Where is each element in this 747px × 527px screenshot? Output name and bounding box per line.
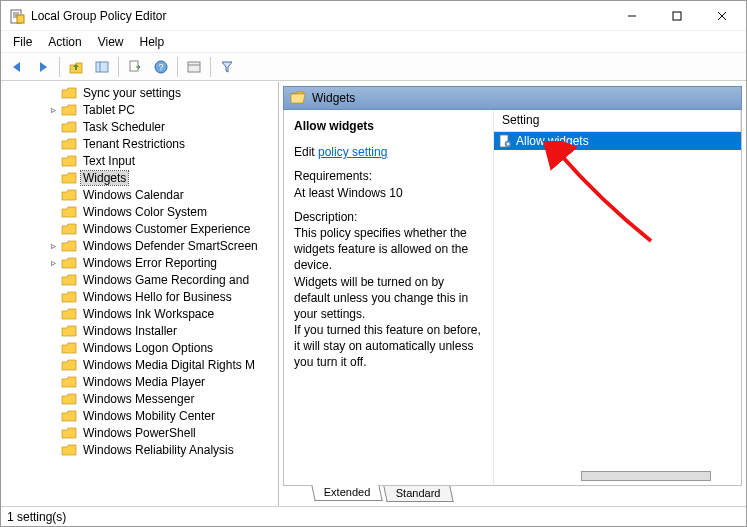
description-paragraph: If you turned this feature on before, it…	[294, 323, 481, 369]
toolbar-separator	[210, 57, 211, 77]
properties-button[interactable]	[182, 55, 206, 79]
tree-item-label: Widgets	[81, 171, 128, 185]
detail-pane: Widgets Allow widgets Edit policy settin…	[279, 82, 746, 506]
tree-item-label: Windows Messenger	[81, 392, 196, 406]
folder-icon	[61, 273, 77, 287]
list-body[interactable]: Allow widgets	[494, 132, 741, 469]
export-list-button[interactable]	[123, 55, 147, 79]
tree-item[interactable]: Windows PowerShell	[1, 424, 278, 441]
edit-policy-link[interactable]: policy setting	[318, 145, 387, 159]
tree-item[interactable]: Widgets	[1, 169, 278, 186]
tree-item-label: Windows Hello for Business	[81, 290, 234, 304]
folder-icon	[61, 358, 77, 372]
menu-help[interactable]: Help	[132, 33, 173, 51]
tree-item[interactable]: Windows Color System	[1, 203, 278, 220]
detail-tabs: Extended Standard	[283, 486, 742, 506]
forward-button[interactable]	[31, 55, 55, 79]
tree-item[interactable]: Windows Ink Workspace	[1, 305, 278, 322]
tree-item-label: Tablet PC	[81, 103, 137, 117]
folder-icon	[61, 375, 77, 389]
svg-rect-11	[130, 61, 138, 71]
tree-twisty-icon[interactable]: ▹	[47, 240, 59, 251]
tree-item[interactable]: Windows Mobility Center	[1, 407, 278, 424]
folder-icon	[61, 239, 77, 253]
back-button[interactable]	[5, 55, 29, 79]
toolbar-separator	[118, 57, 119, 77]
list-header: Setting	[494, 110, 741, 132]
close-button[interactable]	[699, 1, 744, 31]
description-column: Allow widgets Edit policy setting Requir…	[284, 110, 494, 485]
tree-item-label: Windows Ink Workspace	[81, 307, 216, 321]
folder-icon	[61, 86, 77, 100]
tree-item-label: Windows Logon Options	[81, 341, 215, 355]
filter-button[interactable]	[215, 55, 239, 79]
requirements-label: Requirements:	[294, 169, 372, 183]
tree-item[interactable]: Task Scheduler	[1, 118, 278, 135]
tab-extended[interactable]: Extended	[311, 485, 383, 501]
tree-item[interactable]: Tenant Restrictions	[1, 135, 278, 152]
menu-view[interactable]: View	[90, 33, 132, 51]
folder-icon	[61, 290, 77, 304]
tree-item[interactable]: Sync your settings	[1, 84, 278, 101]
folder-icon	[61, 154, 77, 168]
tree-item[interactable]: ▹Windows Error Reporting	[1, 254, 278, 271]
tab-standard[interactable]: Standard	[384, 486, 454, 502]
edit-prefix: Edit	[294, 145, 318, 159]
tree-item[interactable]: Windows Customer Experience	[1, 220, 278, 237]
svg-rect-6	[673, 12, 681, 20]
tree-item[interactable]: Windows Reliability Analysis	[1, 441, 278, 458]
svg-text:?: ?	[158, 62, 163, 72]
tree-item[interactable]: ▹Windows Defender SmartScreen	[1, 237, 278, 254]
tree-item-label: Task Scheduler	[81, 120, 167, 134]
help-button[interactable]: ?	[149, 55, 173, 79]
tree-item[interactable]: Windows Calendar	[1, 186, 278, 203]
folder-open-icon	[290, 91, 306, 105]
folder-icon	[61, 120, 77, 134]
tree-item[interactable]: Windows Game Recording and	[1, 271, 278, 288]
svg-rect-18	[507, 143, 509, 145]
minimize-button[interactable]	[609, 1, 654, 31]
app-icon	[9, 8, 25, 24]
tree-item[interactable]: Windows Hello for Business	[1, 288, 278, 305]
tree-pane: Sync your settings▹Tablet PCTask Schedul…	[1, 82, 279, 506]
setting-label: Allow widgets	[516, 134, 589, 148]
menu-file[interactable]: File	[5, 33, 40, 51]
setting-row[interactable]: Allow widgets	[494, 132, 741, 150]
show-hide-tree-button[interactable]	[90, 55, 114, 79]
detail-header-title: Widgets	[312, 91, 355, 105]
folder-icon	[61, 392, 77, 406]
status-text: 1 setting(s)	[7, 510, 66, 524]
menubar: File Action View Help	[1, 31, 746, 53]
list-hscroll[interactable]	[494, 469, 741, 485]
tree-item-label: Windows Media Player	[81, 375, 207, 389]
tree-item-label: Sync your settings	[81, 86, 183, 100]
column-setting[interactable]: Setting	[494, 110, 741, 131]
maximize-button[interactable]	[654, 1, 699, 31]
tree-view[interactable]: Sync your settings▹Tablet PCTask Schedul…	[1, 82, 278, 506]
titlebar: Local Group Policy Editor	[1, 1, 746, 31]
svg-rect-9	[96, 62, 108, 72]
folder-icon	[61, 409, 77, 423]
up-one-level-button[interactable]	[64, 55, 88, 79]
description-paragraph: This policy specifies whether the widget…	[294, 226, 468, 272]
tree-item[interactable]: Windows Logon Options	[1, 339, 278, 356]
tree-item[interactable]: Windows Media Player	[1, 373, 278, 390]
tree-item[interactable]: Windows Installer	[1, 322, 278, 339]
tree-item[interactable]: ▹Tablet PC	[1, 101, 278, 118]
tree-item[interactable]: Windows Messenger	[1, 390, 278, 407]
menu-action[interactable]: Action	[40, 33, 89, 51]
description-paragraph: Widgets will be turned on by default unl…	[294, 275, 468, 321]
policy-icon	[498, 134, 512, 148]
tree-twisty-icon[interactable]: ▹	[47, 104, 59, 115]
window-title: Local Group Policy Editor	[31, 9, 166, 23]
tree-item-label: Windows Mobility Center	[81, 409, 217, 423]
tree-twisty-icon[interactable]: ▹	[47, 257, 59, 268]
tree-item-label: Windows Defender SmartScreen	[81, 239, 260, 253]
toolbar-separator	[177, 57, 178, 77]
tree-item[interactable]: Windows Media Digital Rights M	[1, 356, 278, 373]
tree-item[interactable]: Text Input	[1, 152, 278, 169]
tree-item-label: Windows Media Digital Rights M	[81, 358, 257, 372]
toolbar-separator	[59, 57, 60, 77]
tree-item-label: Windows Error Reporting	[81, 256, 219, 270]
folder-icon	[61, 171, 77, 185]
